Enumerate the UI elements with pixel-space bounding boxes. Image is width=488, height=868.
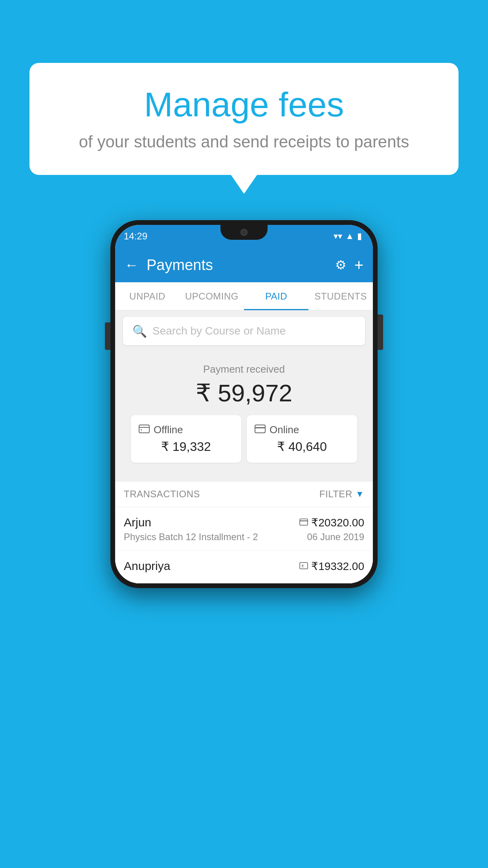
camera <box>240 229 248 236</box>
search-section: 🔍 Search by Course or Name <box>115 311 373 351</box>
search-placeholder: Search by Course or Name <box>152 325 286 337</box>
svg-rect-5 <box>300 519 308 525</box>
offline-label: Offline <box>154 424 183 436</box>
speech-bubble-subtitle: of your students and send receipts to pa… <box>53 132 435 151</box>
filter-button[interactable]: FILTER ▼ <box>319 489 364 500</box>
filter-label: FILTER <box>319 489 352 500</box>
add-button[interactable]: + <box>354 256 363 274</box>
phone-frame: 14:29 ▾▾ ▲ ▮ ← Payments ⚙ <box>110 220 378 588</box>
offline-icon: ₹ <box>139 424 150 436</box>
app-bar: ← Payments ⚙ + <box>115 248 373 282</box>
amount-arjun: ₹20320.00 <box>311 516 364 529</box>
speech-bubble: Manage fees of your students and send re… <box>29 63 459 175</box>
date-arjun: 06 June 2019 <box>307 531 364 542</box>
signal-icon: ▲ <box>345 231 354 241</box>
svg-rect-7 <box>300 563 308 569</box>
online-label: Online <box>270 424 299 436</box>
offline-card: ₹ Offline ₹ 19,332 <box>131 415 241 463</box>
online-card: Online ₹ 40,640 <box>247 415 357 463</box>
search-bar[interactable]: 🔍 Search by Course or Name <box>123 317 365 345</box>
payment-type-icon-anupriya: ₹ <box>299 561 308 572</box>
transaction-row-arjun[interactable]: Arjun ₹20320.00 Physics <box>115 507 373 551</box>
payment-cards: ₹ Offline ₹ 19,332 <box>123 415 365 472</box>
transactions-header: TRANSACTIONS FILTER ▼ <box>115 482 373 507</box>
speech-bubble-title: Manage fees <box>53 85 435 125</box>
tab-upcoming[interactable]: UPCOMING <box>180 282 244 310</box>
settings-button[interactable]: ⚙ <box>335 257 347 272</box>
offline-amount: ₹ 19,332 <box>139 439 233 454</box>
tab-paid[interactable]: PAID <box>244 282 308 310</box>
svg-text:₹: ₹ <box>140 428 142 432</box>
transactions-label: TRANSACTIONS <box>124 489 200 500</box>
payment-received-label: Payment received <box>123 363 365 375</box>
search-icon: 🔍 <box>132 324 147 338</box>
tab-unpaid[interactable]: UNPAID <box>115 282 180 310</box>
battery-icon: ▮ <box>357 231 362 241</box>
course-arjun: Physics Batch 12 Installment - 2 <box>124 531 258 542</box>
back-button[interactable]: ← <box>125 257 139 273</box>
status-bar: 14:29 ▾▾ ▲ ▮ <box>115 225 373 248</box>
student-name-arjun: Arjun <box>124 516 151 529</box>
amount-anupriya: ₹19332.00 <box>311 560 364 573</box>
app-bar-title: Payments <box>147 257 327 274</box>
wifi-icon: ▾▾ <box>334 231 342 241</box>
payment-received-amount: ₹ 59,972 <box>123 379 365 407</box>
online-icon <box>255 424 266 436</box>
svg-text:₹: ₹ <box>301 564 304 568</box>
svg-rect-3 <box>255 425 265 433</box>
tabs-container: UNPAID UPCOMING PAID STUDENTS <box>115 282 373 311</box>
payment-received-section: Payment received ₹ 59,972 ₹ <box>115 351 373 482</box>
tab-students[interactable]: STUDENTS <box>308 282 373 310</box>
status-time: 14:29 <box>124 231 147 242</box>
status-icons: ▾▾ ▲ ▮ <box>334 231 362 241</box>
student-name-anupriya: Anupriya <box>124 559 170 573</box>
notch <box>220 225 268 240</box>
transaction-row-anupriya[interactable]: Anupriya ₹ ₹19332.00 <box>115 551 373 583</box>
online-amount: ₹ 40,640 <box>255 439 349 454</box>
filter-icon: ▼ <box>356 489 364 499</box>
payment-type-icon-arjun <box>299 517 308 528</box>
